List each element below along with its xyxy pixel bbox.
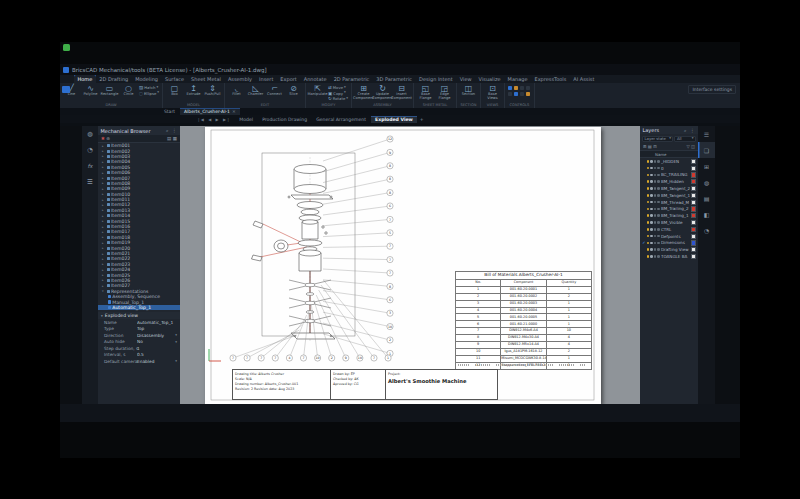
tips-bulb-icon[interactable]: ◍ (82, 126, 98, 142)
ribbon-tab-2d-drafting[interactable]: 2D Drafting (96, 74, 132, 83)
layer-row-bm-tangent-1[interactable]: BM_Tangent_1 (640, 192, 698, 199)
ribbon-button-base-views[interactable]: ⊡Base Views (484, 84, 501, 101)
layer-row-dimensions[interactable]: ✓Dimensions (640, 240, 698, 247)
layer-row-ctrl[interactable]: CTRL (640, 226, 698, 233)
layer-row-toangle-ba[interactable]: TOANGLE BA (640, 253, 698, 260)
ribbon-button-create-component[interactable]: ⊞Create Component (355, 84, 372, 101)
layer-freeze-icon[interactable] (650, 180, 653, 183)
control-toggle[interactable] (526, 86, 530, 90)
layer-color-swatch[interactable] (691, 254, 696, 259)
blocks-panel-icon[interactable]: ⊞ (698, 158, 715, 174)
control-toggle[interactable] (508, 92, 512, 96)
property-row-auto-hide[interactable]: Auto hideNo▾ (98, 339, 180, 346)
layer-print-icon[interactable] (657, 180, 660, 183)
info-panel-icon[interactable]: ◔ (698, 222, 715, 238)
ribbon-tab-visualize[interactable]: Visualize (475, 74, 504, 83)
delete-icon[interactable]: ▤ (167, 136, 171, 141)
control-toggle[interactable] (514, 92, 518, 96)
layer-on-bulb-icon[interactable] (647, 187, 650, 190)
layer-row-0[interactable]: 0 (640, 165, 698, 172)
layer-freeze-icon[interactable] (650, 167, 653, 170)
layer-freeze-icon[interactable] (650, 187, 653, 190)
layer-on-bulb-icon[interactable] (647, 208, 650, 211)
expand-arrow-icon[interactable]: ▸ (102, 203, 105, 207)
layer-print-icon[interactable] (657, 248, 660, 251)
layer-lock-icon[interactable] (654, 242, 657, 245)
layer-freeze-icon[interactable] (650, 160, 653, 163)
layer-lock-icon[interactable] (654, 208, 657, 211)
expand-arrow-icon[interactable]: ▸ (102, 278, 105, 282)
expand-arrow-icon[interactable]: ▸ (102, 241, 105, 245)
ribbon-tab-ai-assist[interactable]: AI Assist (570, 74, 598, 83)
expand-arrow-icon[interactable]: ▸ (102, 214, 105, 218)
layer-print-icon[interactable] (657, 214, 660, 217)
delete-layer-icon[interactable]: ▤ (648, 144, 652, 149)
ribbon-button-slice[interactable]: ⊘Slice (285, 84, 302, 97)
layer-lock-icon[interactable] (654, 201, 657, 204)
property-row-default-camera[interactable]: Default cameraEnabled▾ (98, 358, 180, 365)
property-row-type[interactable]: TypeTop (98, 326, 180, 333)
layer-freeze-icon[interactable] (650, 214, 653, 217)
layer-on-bulb-icon[interactable] (647, 201, 650, 204)
layer-state-dropdown[interactable]: Layer state ▾ (642, 136, 673, 142)
layer-lock-icon[interactable] (654, 235, 657, 238)
layer-lock-icon[interactable] (654, 255, 657, 258)
drawing-canvas[interactable]: 129888675777863102177774710291071 Bill o… (180, 126, 640, 404)
layer-lock-icon[interactable] (654, 187, 657, 190)
ribbon-button-update-component[interactable]: ↻Update Component (374, 84, 391, 101)
layer-print-icon[interactable] (657, 167, 660, 170)
layer-on-bulb-icon[interactable] (647, 174, 650, 177)
isolate-layer-icon[interactable]: ◫ (691, 144, 695, 149)
ribbon-tab-surface[interactable]: Surface (161, 74, 187, 83)
layer-color-swatch[interactable] (691, 240, 696, 245)
ribbon-tab-2d-parametric[interactable]: 2D Parametric (330, 74, 373, 83)
layer-row-bm-tangent-2[interactable]: BM_Tangent_2 (640, 185, 698, 192)
ribbon-button-chamfer[interactable]: ◺Chamfer (247, 84, 264, 97)
ribbon-tab-3d-parametric[interactable]: 3D Parametric (373, 74, 416, 83)
layer-lock-icon[interactable] (654, 228, 657, 231)
layer-color-swatch[interactable] (691, 186, 696, 191)
expand-arrow-icon[interactable]: ▸ (102, 154, 105, 158)
expand-arrow-icon[interactable]: ▸ (102, 149, 105, 153)
kebab-menu-icon[interactable]: ⋮ (172, 128, 178, 133)
expand-arrow-icon[interactable]: ▸ (102, 268, 105, 272)
search-icon[interactable]: ⌕ (684, 128, 688, 133)
expand-arrow-icon[interactable]: ▸ (102, 284, 105, 288)
ribbon-button-edge-flange[interactable]: ◲Edge Flange (436, 84, 453, 101)
render-panel-icon[interactable]: ◧ (698, 206, 715, 222)
layer-freeze-icon[interactable] (650, 248, 653, 251)
search-icon[interactable]: ⌕ (166, 128, 170, 133)
layer-row-bm-visible[interactable]: BM_Visible (640, 219, 698, 226)
ribbon-tab-home[interactable]: Home (74, 74, 96, 83)
properties-panel-icon[interactable]: ☰ (698, 126, 715, 142)
layer-lock-icon[interactable] (654, 160, 657, 163)
layer-color-swatch[interactable] (691, 213, 696, 218)
layer-on-bulb-icon[interactable] (647, 242, 650, 245)
ribbon-button-extrude[interactable]: ↥Extrude (185, 84, 202, 97)
control-toggle[interactable] (508, 86, 512, 90)
control-toggle[interactable] (520, 86, 524, 90)
kebab-menu-icon[interactable]: ⋮ (690, 128, 696, 133)
tips-panel-icon[interactable]: ◍ (698, 174, 715, 190)
layer-print-icon[interactable] (657, 255, 660, 258)
layer-print-icon[interactable] (657, 221, 660, 224)
layer-print-icon[interactable] (657, 201, 660, 204)
ribbon-button-box[interactable]: ▢Box (166, 84, 183, 97)
layer-freeze-icon[interactable] (650, 242, 653, 245)
ribbon-button-copy[interactable]: ▣Copy▾ (328, 91, 348, 96)
expand-arrow-icon[interactable]: ▸ (102, 160, 105, 164)
filter-funnel-icon[interactable]: ▽ (686, 144, 689, 149)
layout-tab-exploded-view[interactable]: Exploded View (371, 116, 417, 123)
layer-color-swatch[interactable] (691, 247, 696, 252)
expand-arrow-icon[interactable]: ▸ (102, 171, 105, 175)
layer-lock-icon[interactable] (654, 214, 657, 217)
layer-print-icon[interactable] (657, 235, 660, 238)
ribbon-button-manipulate[interactable]: ⇱Manipulate (309, 84, 326, 97)
layer-print-icon[interactable] (657, 228, 660, 231)
layer-lock-icon[interactable] (654, 248, 657, 251)
expand-arrow-icon[interactable]: ▸ (102, 144, 105, 148)
layer-on-bulb-icon[interactable] (647, 235, 650, 238)
layer-on-bulb-icon[interactable] (647, 194, 650, 197)
layout-tab-model[interactable]: Model (235, 116, 257, 123)
layer-on-bulb-icon[interactable] (647, 167, 650, 170)
